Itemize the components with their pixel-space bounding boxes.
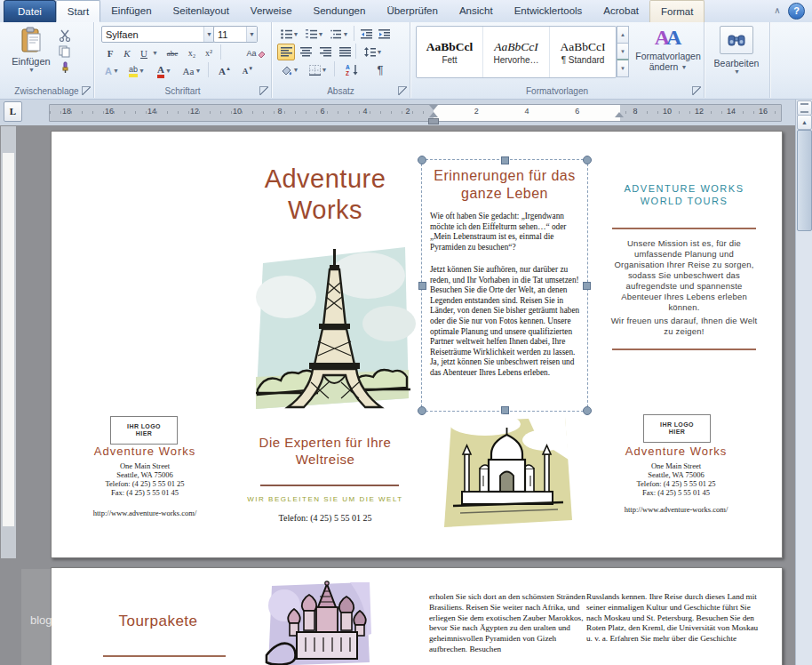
ruler-toggle-button[interactable] — [797, 100, 812, 116]
document-page-2[interactable]: Tourpakete — [51, 567, 783, 665]
left-indent-marker[interactable] — [428, 118, 439, 124]
strikethrough-button[interactable]: abe — [161, 44, 184, 61]
logo-placeholder-right[interactable]: IHR LOGO HIER — [643, 414, 711, 443]
tab-format[interactable]: Format — [649, 0, 705, 22]
style-fett[interactable]: AaBbCcl Fett — [417, 27, 483, 77]
font-color-button[interactable]: A▼ — [151, 62, 178, 79]
shading-button[interactable]: ▼ — [277, 61, 302, 78]
taj-mahal-image[interactable] — [432, 413, 583, 538]
copy-button[interactable] — [57, 44, 85, 60]
style-standard[interactable]: AaBbCcI ¶ Standard — [550, 27, 616, 77]
selection-handle-middle-right[interactable] — [583, 282, 591, 290]
tab-sendungen[interactable]: Sendungen — [303, 0, 377, 22]
help-button[interactable]: ? — [788, 3, 805, 20]
memories-heading[interactable]: Erinnerungen für das ganze Leben — [426, 167, 584, 203]
italic-button[interactable]: K — [118, 44, 136, 61]
selection-handle-middle-left[interactable] — [418, 282, 426, 290]
center-phone[interactable]: Telefon: (4 25) 5 55 01 25 — [250, 513, 401, 523]
font-size-combo[interactable]: 11 ▼ — [213, 26, 258, 43]
multilevel-list-button[interactable]: ▼ — [327, 26, 352, 43]
company-name-right[interactable]: Adventure Works — [596, 445, 756, 458]
center-banner[interactable]: WIR BEGLEITEN SIE UM DIE WELT — [232, 495, 418, 503]
shrink-font-button[interactable]: A▼ — [236, 62, 259, 79]
scrollbar-thumb[interactable] — [797, 130, 812, 231]
align-center-button[interactable] — [297, 44, 314, 60]
right-indent-marker[interactable] — [615, 112, 624, 117]
st-basils-cathedral-image[interactable] — [265, 581, 376, 665]
grow-font-button[interactable]: A▲ — [213, 62, 236, 79]
tab-einfuegen[interactable]: Einfügen — [100, 0, 162, 22]
center-tagline[interactable]: Die Experten für Ihre Weltreise — [250, 434, 401, 468]
brochure-title[interactable]: Adventure Works — [227, 164, 423, 226]
website-url-right[interactable]: http://www.adventure-works.com/ — [596, 505, 756, 514]
dialog-launcher-icon[interactable] — [692, 86, 701, 95]
company-name-left[interactable]: Adventure Works — [65, 445, 225, 458]
page2-column-middle[interactable]: erholen Sie sich dort an den schönsten S… — [429, 592, 589, 655]
styles-scroll-up-button[interactable]: ▲ — [617, 26, 629, 44]
website-url-left[interactable]: http://www.adventure-works.com/ — [65, 509, 225, 517]
highlight-button[interactable]: ab▼ — [123, 62, 150, 79]
subscript-button[interactable]: x₂ — [183, 44, 201, 61]
page2-column-right[interactable]: Russlands kennen. Ihre Reise durch diese… — [586, 592, 760, 645]
memories-paragraph-2[interactable]: Jetzt können Sie aufhören, nur darüber z… — [430, 265, 580, 379]
selection-handle-top-center[interactable] — [501, 156, 509, 164]
minimize-ribbon-icon[interactable]: ∧ — [768, 0, 786, 22]
world-tours-heading[interactable]: ADVENTURE WORKS WORLD TOURS — [612, 182, 756, 207]
hanging-indent-marker[interactable] — [429, 112, 438, 117]
tab-verweise[interactable]: Verweise — [240, 0, 303, 22]
dialog-launcher-icon[interactable] — [259, 86, 268, 95]
document-page-1[interactable]: IHR LOGO HIER Adventure Works One Main S… — [51, 131, 783, 558]
line-spacing-button[interactable]: ▼ — [361, 44, 386, 60]
change-styles-button[interactable]: AA Formatvorlagen ändern▼ — [636, 26, 700, 72]
align-left-button[interactable] — [277, 44, 295, 60]
tab-selector[interactable]: L — [4, 101, 22, 122]
underline-dropdown-icon[interactable]: ▼ — [149, 44, 160, 61]
styles-gallery-more-button[interactable]: ▼ — [617, 59, 629, 77]
first-line-indent-marker[interactable] — [429, 105, 438, 110]
dialog-launcher-icon[interactable] — [82, 86, 91, 95]
eiffel-tower-image[interactable] — [254, 242, 416, 418]
superscript-button[interactable]: x² — [200, 44, 218, 61]
address-block-right[interactable]: One Main Street Seattle, WA 75006 Telefo… — [596, 461, 756, 497]
logo-placeholder-left[interactable]: IHR LOGO HIER — [110, 416, 178, 445]
tab-datei[interactable]: Datei — [4, 0, 56, 22]
tab-ueberpruefen[interactable]: Überprüfen — [376, 0, 449, 22]
tab-start[interactable]: Start — [56, 0, 100, 22]
mission-text[interactable]: Unsere Mission ist es, für die umfassend… — [610, 238, 758, 313]
borders-button[interactable]: ▼ — [306, 61, 330, 78]
bold-button[interactable]: F — [101, 44, 119, 61]
decrease-indent-button[interactable] — [357, 26, 375, 43]
selection-handle-bottom-right[interactable] — [583, 406, 592, 415]
font-name-combo[interactable]: Sylfaen ▼ — [101, 26, 215, 43]
change-case-button[interactable]: Aa▼ — [179, 62, 205, 79]
horizontal-ruler[interactable]: 181614 12108 642 246 81012 1416 — [49, 104, 782, 122]
font-size-dropdown-icon[interactable]: ▼ — [246, 27, 257, 42]
justify-button[interactable] — [336, 44, 354, 60]
numbering-button[interactable]: ▼ — [302, 26, 327, 43]
selection-handle-bottom-left[interactable] — [418, 406, 426, 415]
selected-text-box[interactable]: Erinnerungen für das ganze Leben Wie oft… — [421, 159, 588, 412]
editing-button[interactable]: Bearbeiten ▼ — [712, 26, 761, 75]
tab-seitenlayout[interactable]: Seitenlayout — [163, 0, 240, 22]
memories-paragraph-1[interactable]: Wie oft haben Sie gedacht: „Irgendwann m… — [430, 212, 580, 252]
clear-formatting-button[interactable]: Aa — [243, 44, 268, 61]
mission-closing-text[interactable]: Wir freuen uns darauf, Ihnen die Welt zu… — [610, 316, 758, 337]
sort-button[interactable]: AZ — [339, 61, 366, 78]
tab-entwicklertools[interactable]: Entwicklertools — [504, 0, 593, 22]
cut-button[interactable] — [57, 28, 85, 44]
text-effects-button[interactable]: A▼ — [101, 62, 123, 79]
address-block-left[interactable]: One Main Street Seattle, WA 75006 Telefo… — [65, 461, 225, 497]
styles-scroll-down-button[interactable]: ▼ — [617, 43, 629, 60]
align-right-button[interactable] — [316, 44, 334, 60]
scroll-up-button[interactable]: ▲ — [797, 115, 812, 130]
dialog-launcher-icon[interactable] — [398, 86, 407, 95]
style-hervorhebung[interactable]: AaBbCcI Hervorhe… — [483, 27, 550, 77]
selection-handle-top-left[interactable] — [418, 156, 426, 164]
paste-button[interactable]: Einfügen ▼ — [9, 26, 53, 86]
bullets-button[interactable]: ▼ — [277, 26, 302, 43]
format-painter-button[interactable] — [57, 60, 85, 76]
tab-acrobat[interactable]: Acrobat — [593, 0, 649, 22]
tab-ansicht[interactable]: Ansicht — [449, 0, 504, 22]
pilcrow-button[interactable]: ¶ — [371, 61, 389, 78]
increase-indent-button[interactable] — [375, 26, 393, 43]
